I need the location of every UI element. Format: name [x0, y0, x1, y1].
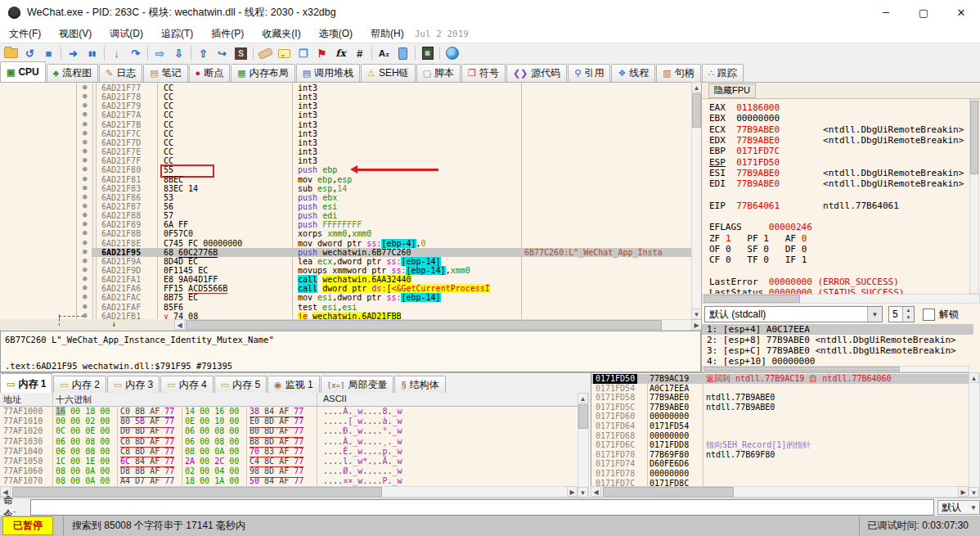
spin-up-icon[interactable]: ▲	[903, 307, 914, 314]
disasm-row[interactable]: ●6AD21F7CCCint3	[0, 129, 691, 138]
scroll-thumb[interactable]	[603, 487, 734, 497]
breakpoint-dot[interactable]: ●	[83, 302, 87, 311]
breakpoint-dot[interactable]: ●	[83, 192, 87, 201]
command-profile-select[interactable]: 默认 ▼	[937, 500, 980, 515]
disassembly-view[interactable]: ●6AD21F77CCint3●6AD21F78CCint3●6AD21F79C…	[0, 82, 691, 320]
preferences-icon[interactable]	[393, 45, 412, 62]
command-input[interactable]	[30, 499, 934, 516]
tab-跟踪[interactable]: ∴跟踪	[702, 64, 744, 82]
register-line[interactable]: ECX 77B9ABE0 <ntdll.DbgUiRemoteBreakin>	[709, 124, 964, 135]
breakpoint-dot[interactable]: ●	[83, 256, 87, 265]
menu-收藏夹(I)[interactable]: 收藏夹(I)	[253, 25, 309, 43]
tab-符号[interactable]: ❒符号	[461, 64, 506, 82]
menu-插件(P)[interactable]: 插件(P)	[202, 25, 253, 43]
disasm-row[interactable]: ●6AD21F8383EC 14sub esp,14	[0, 184, 691, 193]
scroll-down-arrow[interactable]: ▼	[578, 487, 588, 498]
disasm-row[interactable]: ●6AD21F9568 60C2776Bpush wechatwin.6B77C…	[0, 248, 691, 257]
maximize-button[interactable]: ▢	[905, 0, 942, 25]
breakpoint-dot[interactable]: ●	[83, 119, 87, 128]
restart-icon[interactable]: ↺	[20, 45, 39, 62]
breakpoint-dot[interactable]: ●	[83, 155, 87, 164]
tab-内存 5[interactable]: ▭内存 5	[214, 376, 267, 394]
scroll-up-arrow[interactable]: ▲	[969, 372, 979, 383]
scroll-thumb[interactable]	[970, 101, 978, 174]
patches-icon[interactable]	[256, 45, 275, 62]
stack-row[interactable]: 0171FD74D60FE6D6	[591, 459, 969, 469]
stack-arg-row[interactable]: 2: [esp+8] 77B9ABE0 <ntdll.DbgUiRemoteBr…	[702, 335, 973, 345]
breakpoint-dot[interactable]: ●	[83, 164, 87, 173]
scroll-right-arrow[interactable]: ▶	[567, 486, 578, 497]
menu-视图(V)[interactable]: 视图(V)	[50, 25, 101, 43]
tab-内存 2[interactable]: ▭内存 2	[53, 376, 106, 394]
disasm-row[interactable]: ●6AD21F818BECmov ebp,esp	[0, 175, 691, 184]
calculator-icon[interactable]: ▦	[418, 45, 437, 62]
register-line[interactable]: EDI 77B9ABE0 <ntdll.DbgUiRemoteBreakin>	[709, 178, 964, 189]
animate-icon[interactable]: S	[232, 45, 250, 62]
chevron-down-icon[interactable]: ▼	[867, 307, 882, 322]
hash-icon[interactable]: #	[350, 45, 369, 62]
stop-icon[interactable]: ■	[39, 45, 58, 62]
disasm-row[interactable]: ●6AD21F7DCCint3	[0, 138, 691, 147]
disasm-row[interactable]: ●6AD21F77CCint3	[0, 83, 691, 92]
disasm-row[interactable]: ●6AD21F8756push esi	[0, 202, 691, 211]
stack-row[interactable]: 0171FD640171FD54	[591, 421, 969, 431]
disasm-row[interactable]: ●6AD21F9D0F1145 ECmovups xmmword ptr ss:…	[0, 266, 691, 275]
tab-句柄[interactable]: ▥句柄	[656, 64, 700, 82]
tab-脚本[interactable]: ▢脚本	[416, 64, 461, 82]
menu-帮助(H)[interactable]: 帮助(H)	[362, 25, 413, 43]
tab-日志[interactable]: ✎日志	[99, 64, 142, 82]
register-line[interactable]: LastError 00000000 (ERROR_SUCCESS)	[709, 277, 899, 287]
breakpoint-dot[interactable]: ●	[83, 292, 87, 301]
tab-调用堆栈[interactable]: ▤调用堆栈	[296, 64, 360, 82]
register-line[interactable]: ESI 77B9ABE0 <ntdll.DbgUiRemoteBreakin>	[709, 168, 964, 178]
disasm-row[interactable]: ●6AD21F7BCCint3	[0, 120, 691, 129]
tab-源代码[interactable]: ❮❯源代码	[506, 64, 567, 82]
breakpoint-dot[interactable]: ●	[83, 128, 87, 137]
disasm-row[interactable]: ●6AD21F8055push ebp	[0, 165, 691, 174]
chevron-down-icon[interactable]: ▼	[970, 504, 979, 511]
disasm-row[interactable]: ●6AD21F7FCCint3	[0, 156, 691, 165]
pause-icon[interactable]: ▮▮	[83, 45, 101, 62]
dump-row[interactable]: 77AF106008 00 0A 00D8 8B AF 7702 00 04 0…	[0, 466, 578, 476]
register-line[interactable]: EBX 00000000	[709, 113, 780, 124]
dump-hscrollbar[interactable]: ◀ ▶	[0, 486, 578, 498]
font-icon[interactable]: A₂	[375, 45, 393, 62]
menu-文件(F)[interactable]: 文件(F)	[0, 25, 50, 43]
comments-icon[interactable]	[275, 45, 294, 62]
args-hscrollbar[interactable]	[702, 366, 969, 372]
breakpoint-dot[interactable]: ●	[83, 274, 87, 283]
disasm-row[interactable]: ●6AD21F8EC745 FC 00000000mov dword ptr s…	[0, 239, 691, 248]
registers-hscrollbar[interactable]	[702, 294, 980, 304]
scroll-thumb[interactable]	[704, 295, 800, 303]
scroll-thumb[interactable]	[12, 487, 382, 497]
stack-row[interactable]: 0171FD6000000000	[591, 412, 969, 421]
spin-down-icon[interactable]: ▼	[903, 314, 914, 322]
step-over-icon[interactable]: ↷	[126, 45, 145, 62]
disasm-row[interactable]: ●6AD21F7ACCint3	[0, 110, 691, 119]
stack-row[interactable]: 0171FD6800000000	[591, 431, 969, 441]
dump-row[interactable]: 77AF103006 00 08 00C0 8D AF 7706 00 08 0…	[0, 437, 578, 447]
step-into-icon[interactable]: ↓	[107, 45, 126, 62]
labels-icon[interactable]: ❐	[294, 45, 312, 62]
disasm-row[interactable]: ●6AD21FA6FF15 ACD5566Bcall dword ptr ds:…	[0, 284, 691, 293]
breakpoint-dot[interactable]: ●	[83, 183, 87, 192]
hide-fpu-button[interactable]: 隐藏FPU	[708, 83, 756, 98]
step-out-icon[interactable]: ⇧	[194, 45, 213, 62]
disasm-row[interactable]: ●6AD21F8B0F57C0xorps xmm0,xmm0	[0, 229, 691, 238]
scroll-thumb[interactable]	[704, 367, 900, 372]
disasm-row[interactable]: ●6AD21F896A FFpush FFFFFFFF	[0, 220, 691, 229]
menu-选项(O)[interactable]: 选项(O)	[310, 25, 362, 43]
disasm-row[interactable]: ●6AD21F8653push ebx	[0, 193, 691, 202]
breakpoint-dot[interactable]: ●	[83, 228, 87, 237]
bookmarks-icon[interactable]: ⚑	[312, 45, 331, 62]
dump-row[interactable]: 77AF10501C 00 1E 006C 84 AF 772A 00 2C 0…	[0, 457, 578, 466]
tab-内存 3[interactable]: ▭内存 3	[107, 376, 160, 394]
functions-icon[interactable]: fx	[331, 45, 350, 62]
menu-追踪(T)[interactable]: 追踪(T)	[152, 25, 202, 43]
register-line[interactable]: EDX 77B9ABE0 <ntdll.DbgUiRemoteBreakin>	[709, 135, 964, 146]
register-line[interactable]: EFLAGS 00000246	[709, 222, 812, 232]
registers-panel[interactable]: 隐藏FPU EAX 01186000EBX 00000000ECX 77B9AB…	[701, 82, 980, 372]
tab-流程图[interactable]: ♣流程图	[47, 64, 98, 82]
breakpoint-dot[interactable]: ●	[83, 110, 87, 119]
dump-vscrollbar[interactable]: ▲ ▼	[578, 393, 589, 498]
